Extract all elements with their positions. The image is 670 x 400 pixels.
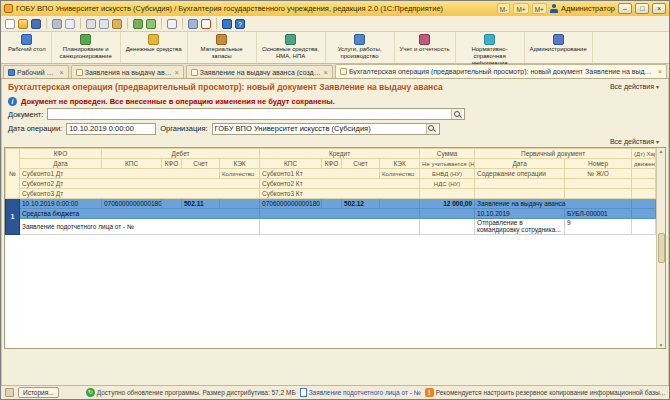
- sum-cell[interactable]: 12 000,00: [420, 199, 475, 209]
- empty-header: [420, 189, 475, 199]
- close-icon[interactable]: ×: [323, 69, 328, 76]
- organization-label: Организация:: [160, 124, 207, 133]
- debit-kek-cell[interactable]: [220, 199, 260, 209]
- help-icon[interactable]: ?: [235, 19, 245, 29]
- all-actions-button[interactable]: Все действия ▾: [607, 82, 662, 91]
- organization-lookup-button[interactable]: [426, 124, 437, 134]
- operation-content-cell[interactable]: Отправление в командировку сотрудника...: [475, 219, 565, 235]
- table-row[interactable]: Средства бюджета 10.10.2019 БУБЛ-000001: [6, 209, 656, 219]
- service-messages-icon[interactable]: [5, 388, 14, 397]
- movements-cell[interactable]: [632, 209, 656, 219]
- save-icon[interactable]: [31, 19, 41, 29]
- ribbon-section-services[interactable]: Услуги, работы, производство: [326, 32, 395, 63]
- credit-subconto1-cell[interactable]: [260, 209, 420, 219]
- document-lookup-button[interactable]: [451, 109, 462, 119]
- update-text: Доступно обновление программы. Размер ди…: [97, 389, 296, 396]
- maximize-button[interactable]: □: [635, 3, 649, 14]
- debit-kps-cell[interactable]: 0706000000000180: [102, 199, 162, 209]
- credit-account-cell[interactable]: 502.12: [342, 199, 380, 209]
- calculator-icon[interactable]: [188, 19, 198, 29]
- envd-cell[interactable]: [420, 219, 475, 235]
- mem-plus2-button[interactable]: М+: [532, 3, 547, 14]
- ribbon-section-admin[interactable]: Администрирование: [525, 32, 593, 63]
- toolbar-separator: [182, 18, 183, 29]
- document-field[interactable]: [47, 108, 465, 120]
- table-row[interactable]: Заявление подотчетного лица от - № Отпра…: [6, 219, 656, 235]
- tab-accounting-operation[interactable]: Бухгалтерская операция (предварительный …: [335, 64, 667, 78]
- scroll-down-icon[interactable]: ▼: [659, 342, 664, 348]
- all-actions-label: Все действия: [610, 138, 654, 145]
- window-title: ГОБУ ВПО Университет искусств (Субсидия)…: [16, 4, 494, 13]
- empty-header: [632, 179, 656, 189]
- ribbon-section-desktop[interactable]: Рабочий стол: [3, 32, 52, 63]
- tab-advance-list[interactable]: Заявления на выдачу аванса ×: [71, 65, 184, 78]
- ribbon-section-money[interactable]: Денежные средства: [121, 32, 188, 63]
- ribbon-section-reference[interactable]: Нормативно-справочная информация: [456, 32, 525, 63]
- document-link[interactable]: Заявление подотчетного лица от - №: [309, 389, 421, 396]
- ribbon-section-assets[interactable]: Основные средства, НМА, НПА: [257, 32, 326, 63]
- scroll-thumb[interactable]: [658, 233, 665, 263]
- empty-cell[interactable]: [632, 219, 656, 235]
- debit-account-cell[interactable]: 502.11: [182, 199, 220, 209]
- date-cell[interactable]: 10.10.2019 0:00:00: [20, 199, 102, 209]
- close-icon[interactable]: ×: [59, 69, 64, 76]
- debit-subconto2-cell[interactable]: Заявление подотчетного лица от - №: [20, 219, 260, 235]
- history-button[interactable]: История...: [18, 387, 59, 398]
- cut-icon[interactable]: [86, 19, 96, 29]
- redo-icon[interactable]: [146, 19, 156, 29]
- print-preview-icon[interactable]: [65, 19, 75, 29]
- administration-icon: [553, 34, 564, 45]
- ribbon-section-label: Администрирование: [530, 46, 587, 53]
- not-counted-cell[interactable]: [420, 209, 475, 219]
- print-icon[interactable]: [52, 19, 62, 29]
- doc-type-cell[interactable]: Заявление на выдачу аванса: [475, 199, 632, 209]
- copy-icon[interactable]: [99, 19, 109, 29]
- row-number-cell[interactable]: 1: [6, 199, 20, 235]
- info-icon[interactable]: [222, 19, 232, 29]
- new-document-icon[interactable]: [5, 19, 15, 29]
- scroll-up-icon[interactable]: ▲: [659, 148, 664, 154]
- close-icon[interactable]: ×: [657, 68, 662, 75]
- organization-field[interactable]: ГОБУ ВПО Университет искусств (Субсидия): [212, 123, 440, 135]
- operation-date-field[interactable]: 10.10.2019 0:00:00: [66, 123, 156, 135]
- journal-order-cell[interactable]: 9: [565, 219, 632, 235]
- table-row[interactable]: 1 10.10.2019 0:00:00 0706000000000180 50…: [6, 199, 656, 209]
- header-row-4: Субконто2 Дт Субконто2 Кт НДС (НУ): [6, 179, 656, 189]
- ribbon-section-planning[interactable]: Планирование и санкционирование: [52, 32, 121, 63]
- chevron-down-icon: ▾: [656, 138, 659, 145]
- table-all-actions-button[interactable]: Все действия ▾: [607, 136, 662, 146]
- ribbon-section-reports[interactable]: Учет и отчетность: [395, 32, 456, 63]
- undo-icon[interactable]: [133, 19, 143, 29]
- reference-info-icon: [484, 34, 495, 45]
- warning-row: i Документ не проведен. Все внесенные в …: [2, 95, 668, 107]
- mem-minus-button[interactable]: М-: [497, 3, 511, 14]
- document-message[interactable]: Заявление подотчетного лица от - №: [300, 388, 421, 397]
- mem-plus-button[interactable]: М+: [513, 3, 528, 14]
- ribbon-section-label: Рабочий стол: [8, 46, 46, 53]
- credit-subconto2-cell[interactable]: [260, 219, 420, 235]
- credit-kfo-cell[interactable]: [322, 199, 342, 209]
- paste-icon[interactable]: [112, 19, 122, 29]
- doc-date-cell[interactable]: 10.10.2019: [475, 209, 565, 219]
- calendar-icon[interactable]: [201, 19, 211, 29]
- document-icon: [300, 388, 307, 397]
- debit-subconto1-cell[interactable]: Средства бюджета: [20, 209, 260, 219]
- backup-message[interactable]: ! Рекомендуется настроить резервное копи…: [425, 388, 665, 397]
- debit-kfo-cell[interactable]: [162, 199, 182, 209]
- open-icon[interactable]: [18, 19, 28, 29]
- table-command-row: Все действия ▾: [2, 136, 668, 146]
- tab-advance-new[interactable]: Заявление на выдачу аванса (создание) ×: [186, 65, 333, 78]
- tab-desktop[interactable]: Рабочий стол ×: [3, 65, 69, 78]
- minimize-button[interactable]: –: [618, 3, 632, 14]
- update-message[interactable]: ↻ Доступно обновление программы. Размер …: [86, 388, 296, 397]
- ribbon-section-inventory[interactable]: Материальные запасы: [188, 32, 257, 63]
- find-icon[interactable]: [167, 19, 177, 29]
- doc-number-cell[interactable]: БУБЛ-000001: [565, 209, 632, 219]
- vertical-scrollbar[interactable]: ▲ ▼: [656, 148, 665, 348]
- dt-char-cell[interactable]: [632, 199, 656, 209]
- credit-kek-cell[interactable]: [380, 199, 420, 209]
- col-sub3kt-header: Субконто3 Кт: [260, 189, 420, 199]
- close-icon[interactable]: ×: [174, 69, 179, 76]
- credit-kps-cell[interactable]: 0706000000000180: [260, 199, 322, 209]
- close-button[interactable]: ×: [652, 3, 666, 14]
